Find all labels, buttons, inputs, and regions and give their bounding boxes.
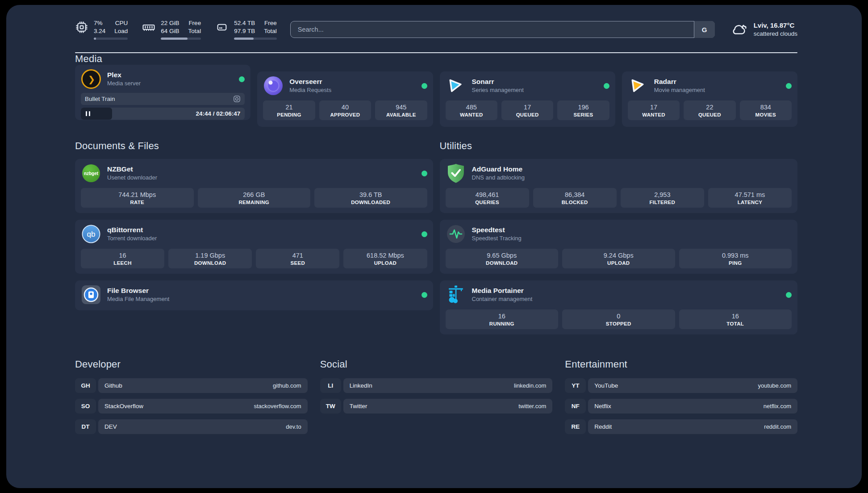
section-heading-social: Social <box>320 359 553 370</box>
memory-progress-bar <box>161 38 201 40</box>
weather-widget[interactable]: Lviv, 16.87°C scattered clouds <box>731 21 797 38</box>
playback-time: 24:44 / 02:06:47 <box>196 110 240 117</box>
bookmark-github[interactable]: GH Github github.com <box>75 378 308 393</box>
bookmark-group-developer: Developer GH Github github.com SO StackO… <box>75 359 308 440</box>
card-subtitle: Media server <box>107 80 141 88</box>
bookmark-group-social: Social LI LinkedIn linkedin.com TW Twitt… <box>320 359 553 440</box>
cpu-usage-value: 7% <box>94 19 105 27</box>
stat-wanted: 485 WANTED <box>446 100 497 120</box>
svg-text:qb: qb <box>87 230 96 238</box>
stat-approved: 40 APPROVED <box>319 100 371 120</box>
playback-progress-bar: 24:44 / 02:06:47 <box>81 108 245 120</box>
status-dot <box>421 171 427 176</box>
bookmark-netflix[interactable]: NF Netflix netflix.com <box>565 399 797 414</box>
bookmark-reddit[interactable]: RE Reddit reddit.com <box>565 419 797 434</box>
stat-seed: 471 SEED <box>256 249 339 268</box>
adguard-icon <box>446 163 466 184</box>
card-subtitle: Movie management <box>654 87 705 94</box>
card-sonarr[interactable]: Sonarr Series management 485 WANTED 17 Q… <box>440 71 615 127</box>
stat-running: 16 RUNNING <box>446 309 559 329</box>
disk-free-value: 52.4 TB <box>234 19 255 27</box>
card-adguard[interactable]: AdGuard Home DNS and adblocking 498,461 … <box>440 159 798 213</box>
stat-available: 945 AVAILABLE <box>375 100 427 120</box>
card-nzbget[interactable]: nzbget NZBGet Usenet downloader 744.21 M… <box>75 159 433 213</box>
card-plex[interactable]: ❯ Plex Media server Bullet Train <box>75 65 250 120</box>
bookmark-stackoverflow[interactable]: SO StackOverflow stackoverflow.com <box>75 399 308 414</box>
card-filebrowser[interactable]: File Browser Media File Management <box>75 280 433 310</box>
status-dot <box>421 292 427 298</box>
card-subtitle: Usenet downloader <box>107 174 157 182</box>
card-title: Sonarr <box>472 77 524 86</box>
stat-upload: 9.24 Gbps UPLOAD <box>562 249 675 268</box>
card-title: Radarr <box>654 77 705 86</box>
weather-location-temp: Lviv, 16.87°C <box>754 21 797 30</box>
bookmark-linkedin[interactable]: LI LinkedIn linkedin.com <box>320 378 553 393</box>
media-card-row: ❯ Plex Media server Bullet Train <box>75 65 797 127</box>
section-heading-developer: Developer <box>75 359 308 370</box>
card-subtitle: DNS and adblocking <box>472 174 525 182</box>
speedtest-icon <box>446 224 466 244</box>
bookmark-twitter[interactable]: TW Twitter twitter.com <box>320 399 553 414</box>
stat-movies: 834 MOVIES <box>740 100 792 120</box>
svg-text:nzbget: nzbget <box>84 171 99 176</box>
card-qbittorrent[interactable]: qb qBittorrent Torrent downloader 16 LEE… <box>75 220 433 274</box>
disk-total-label: Total <box>264 27 277 35</box>
memory-free-value: 22 GiB <box>161 19 179 27</box>
weather-condition: scattered clouds <box>754 30 797 38</box>
memory-free-label: Free <box>188 19 201 27</box>
stat-pending: 21 PENDING <box>263 100 315 120</box>
disk-total-value: 97.9 TB <box>234 27 255 35</box>
stat-wanted: 17 WANTED <box>628 100 680 120</box>
search-provider-button[interactable]: G <box>694 21 715 38</box>
card-title: AdGuard Home <box>472 165 525 173</box>
card-title: Speedtest <box>472 226 522 234</box>
status-dot <box>421 83 427 89</box>
now-playing-title: Bullet Train <box>85 96 115 102</box>
card-overseerr[interactable]: Overseerr Media Requests 21 PENDING 40 A… <box>257 71 433 127</box>
disk-icon <box>215 21 229 34</box>
stat-downloaded: 39.6 TB DOWNLOADED <box>314 188 427 208</box>
stat-remaining: 266 GB REMAINING <box>198 188 311 208</box>
card-radarr[interactable]: Radarr Movie management 17 WANTED 22 QUE… <box>622 71 797 127</box>
bookmark-youtube[interactable]: YT YouTube youtube.com <box>565 378 797 393</box>
video-camera-icon <box>233 95 241 103</box>
search-input[interactable] <box>290 21 715 38</box>
stat-leech: 16 LEECH <box>81 249 164 268</box>
portainer-icon <box>446 285 466 305</box>
section-heading-documents: Documents & Files <box>75 140 433 152</box>
card-portainer[interactable]: Media Portainer Container management 16 … <box>440 280 798 334</box>
stat-series: 196 SERIES <box>557 100 609 120</box>
stat-queued: 22 QUEUED <box>684 100 735 120</box>
bookmark-dev[interactable]: DT DEV dev.to <box>75 419 308 434</box>
pause-icon[interactable] <box>86 111 90 116</box>
stat-filtered: 2,953 FILTERED <box>621 188 704 208</box>
documents-column: Documents & Files nzbget NZBG <box>75 140 433 334</box>
disk-progress-bar <box>234 38 277 40</box>
search-form: G <box>290 21 715 38</box>
stat-rate: 744.21 Mbps RATE <box>81 188 194 208</box>
stat-blocked: 86,384 BLOCKED <box>533 188 617 208</box>
cpu-load-value: 3.24 <box>94 27 105 35</box>
disk-free-label: Free <box>264 19 277 27</box>
stat-queries: 498,461 QUERIES <box>446 188 529 208</box>
nzbget-icon: nzbget <box>81 163 101 183</box>
utilities-column: Utilities AdGuard Home <box>440 140 798 334</box>
card-title: NZBGet <box>107 165 157 173</box>
card-title: qBittorrent <box>107 226 157 234</box>
section-heading-utilities: Utilities <box>440 140 798 152</box>
card-subtitle: Container management <box>472 296 533 303</box>
card-title: Overseerr <box>289 77 331 86</box>
now-playing-row: Bullet Train <box>81 93 245 105</box>
status-dot <box>604 83 609 89</box>
memory-total-value: 64 GiB <box>161 27 179 35</box>
status-dot <box>786 83 792 89</box>
bookmarks-section: Developer GH Github github.com SO StackO… <box>75 359 797 440</box>
card-speedtest[interactable]: Speedtest Speedtest Tracking 9.65 Gbps D… <box>440 220 798 274</box>
status-dot <box>786 292 792 298</box>
plex-icon: ❯ <box>81 69 101 89</box>
card-subtitle: Series management <box>472 87 524 94</box>
card-title: Media Portainer <box>472 286 533 295</box>
filebrowser-icon <box>81 285 101 305</box>
disk-widget: 52.4 TB 97.9 TB Free Total <box>215 19 277 40</box>
resource-widgets: 7% 3.24 CPU Load <box>75 19 277 40</box>
